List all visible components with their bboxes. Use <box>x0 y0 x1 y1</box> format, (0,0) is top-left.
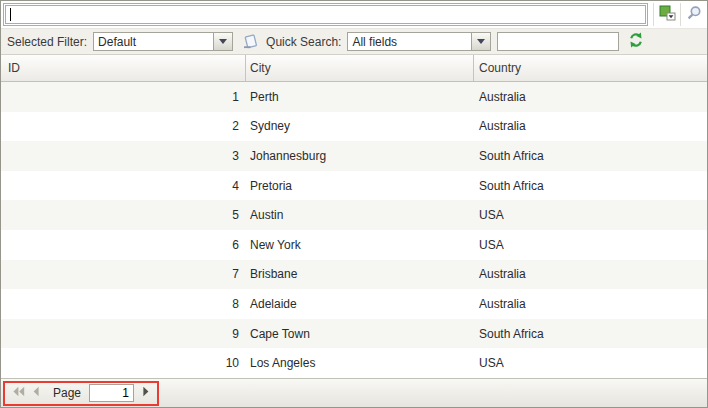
table-header: ID City Country <box>1 55 707 82</box>
cell-city: Brisbane <box>245 267 473 281</box>
chevron-down-icon <box>219 39 227 44</box>
selected-filter-combobox[interactable]: Default <box>93 32 233 51</box>
cell-city: Perth <box>245 90 473 104</box>
table-row[interactable]: 4PretoriaSouth Africa <box>1 171 707 201</box>
cell-city: Sydney <box>245 119 473 133</box>
quick-search-field-value: All fields <box>348 33 471 50</box>
cell-country: USA <box>473 356 707 370</box>
table-row[interactable]: 7BrisbaneAustralia <box>1 260 707 290</box>
cell-country: Australia <box>473 90 707 104</box>
edit-filter-icon <box>242 38 259 52</box>
cell-city: Los Angeles <box>245 356 473 370</box>
cell-city: New York <box>245 238 473 252</box>
refresh-button[interactable] <box>628 32 644 51</box>
cell-id: 10 <box>1 356 245 370</box>
cell-id: 7 <box>1 267 245 281</box>
first-page-button[interactable] <box>10 385 27 402</box>
cell-country: South Africa <box>473 149 707 163</box>
toolbar: Selected Filter: Default Quick Search: A… <box>1 28 707 55</box>
table-row[interactable]: 10Los AngelesUSA <box>1 348 707 378</box>
cell-id: 8 <box>1 297 245 311</box>
table-row[interactable]: 2SydneyAustralia <box>1 112 707 142</box>
previous-page-button[interactable] <box>27 385 44 402</box>
column-header-city[interactable]: City <box>245 55 473 81</box>
cell-country: South Africa <box>473 327 707 341</box>
cell-country: USA <box>473 208 707 222</box>
quick-search-label: Quick Search: <box>266 35 341 49</box>
column-select-icon <box>659 5 676 24</box>
cell-country: USA <box>473 238 707 252</box>
table-row[interactable]: 5AustinUSA <box>1 200 707 230</box>
selected-filter-dropdown-button[interactable] <box>213 33 232 50</box>
filter-bar <box>1 1 707 28</box>
edit-filter-button[interactable] <box>242 34 259 52</box>
selected-filter-value: Default <box>94 33 213 50</box>
cell-country: South Africa <box>473 179 707 193</box>
table-row[interactable]: 9Cape TownSouth Africa <box>1 319 707 349</box>
pagination-bar: Page <box>1 378 707 407</box>
data-grid-widget: Selected Filter: Default Quick Search: A… <box>0 0 708 408</box>
filter-input-wrap <box>5 5 646 24</box>
search-icon <box>686 5 702 24</box>
cell-city: Austin <box>245 208 473 222</box>
cell-id: 5 <box>1 208 245 222</box>
quick-search-input[interactable] <box>497 32 619 51</box>
next-page-button[interactable] <box>137 385 154 402</box>
previous-page-icon <box>32 386 40 400</box>
table-row[interactable]: 1PerthAustralia <box>1 82 707 112</box>
quick-search-field-combobox[interactable]: All fields <box>347 32 491 51</box>
cell-country: Australia <box>473 267 707 281</box>
cell-id: 2 <box>1 119 245 133</box>
refresh-icon <box>628 37 644 51</box>
page-label: Page <box>53 386 81 400</box>
quick-search-dropdown-button[interactable] <box>471 33 490 50</box>
table-row[interactable]: 3JohannesburgSouth Africa <box>1 141 707 171</box>
cell-country: Australia <box>473 119 707 133</box>
page-number-input[interactable] <box>89 384 134 402</box>
column-header-id[interactable]: ID <box>1 55 245 81</box>
first-page-icon <box>12 386 25 400</box>
table-body: 1PerthAustralia2SydneyAustralia3Johannes… <box>1 82 707 378</box>
cell-id: 4 <box>1 179 245 193</box>
annotation-highlight: Page <box>3 381 159 406</box>
selected-filter-label: Selected Filter: <box>7 35 87 49</box>
table-row[interactable]: 6New YorkUSA <box>1 230 707 260</box>
column-select-button[interactable] <box>653 3 680 26</box>
cell-city: Pretoria <box>245 179 473 193</box>
cell-city: Cape Town <box>245 327 473 341</box>
search-button[interactable] <box>680 3 707 26</box>
cell-city: Johannesburg <box>245 149 473 163</box>
table-row[interactable]: 8AdelaideAustralia <box>1 289 707 319</box>
filter-input[interactable] <box>5 5 646 24</box>
cell-country: Australia <box>473 297 707 311</box>
cell-id: 6 <box>1 238 245 252</box>
cell-city: Adelaide <box>245 297 473 311</box>
cell-id: 9 <box>1 327 245 341</box>
next-page-icon <box>142 386 150 400</box>
chevron-down-icon <box>477 39 485 44</box>
text-caret <box>10 8 11 21</box>
column-header-country[interactable]: Country <box>473 55 707 81</box>
cell-id: 3 <box>1 149 245 163</box>
cell-id: 1 <box>1 90 245 104</box>
